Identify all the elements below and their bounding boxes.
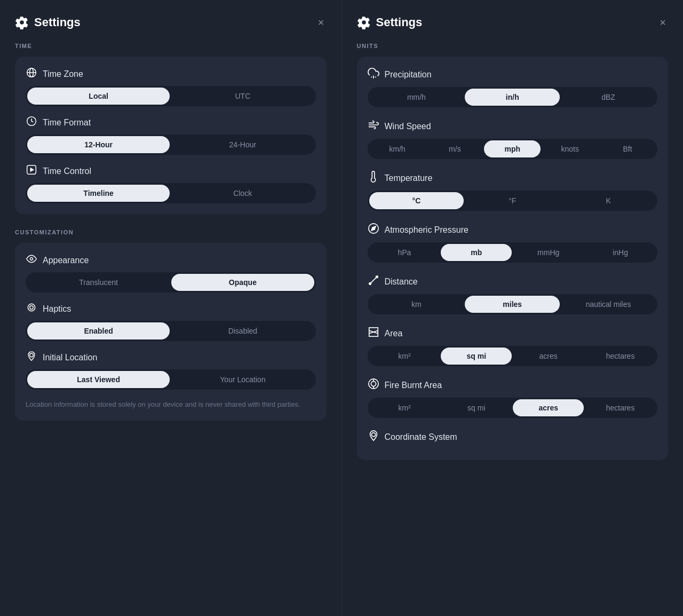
left-panel: Settings × TIME Time Zone Local UTC [0,0,342,616]
location-your-location-btn[interactable]: Your Location [171,371,314,388]
timeformat-24h-btn[interactable]: 24-Hour [171,136,314,153]
left-title-group: Settings [15,15,81,29]
svg-point-7 [30,306,34,310]
timecontrol-label: Time Control [26,164,316,178]
haptics-label: Haptics [26,302,316,315]
play-icon [26,164,37,178]
customization-section-label: CUSTOMIZATION [15,229,327,235]
haptics-icon [26,302,37,315]
area-sqmi-btn[interactable]: sq mi [441,348,512,365]
haptics-disabled-btn[interactable]: Disabled [171,322,314,339]
precip-dbz-btn[interactable]: dBZ [561,89,656,106]
area-options: km² sq mi acres hectares [368,346,658,366]
temperature-options: °C °F K [368,191,658,211]
initial-location-label: Initial Location [26,351,316,364]
timecontrol-clock-btn[interactable]: Clock [171,185,314,202]
distance-label: Distance [368,274,658,289]
time-card: Time Zone Local UTC Time Format 12-Hour [15,57,327,214]
fire-hectares-btn[interactable]: hectares [585,399,656,416]
right-close-button[interactable]: × [657,15,668,30]
timeformat-toggle: 12-Hour 24-Hour [26,135,316,155]
initial-location-toggle: Last Viewed Your Location [26,369,316,390]
right-panel-header: Settings × [357,15,669,30]
pressure-row: Atmospheric Pressure hPa mb mmHg inHg [368,223,658,263]
fire-area-options: km² sq mi acres hectares [368,398,658,418]
globe-icon [26,67,37,81]
svg-point-6 [30,258,33,260]
precip-mmh-btn[interactable]: mm/h [369,89,464,106]
coordinate-label: Coordinate System [368,430,658,444]
appearance-opaque-btn[interactable]: Opaque [171,274,314,291]
pressure-label: Atmospheric Pressure [368,223,658,237]
timezone-row: Time Zone Local UTC [26,67,316,106]
timeformat-label: Time Format [26,116,316,129]
pressure-mb-btn[interactable]: mb [441,244,512,261]
pressure-mmhg-btn[interactable]: mmHg [513,244,584,261]
pressure-hpa-btn[interactable]: hPa [369,244,440,261]
area-row: Area km² sq mi acres hectares [368,326,658,366]
distance-km-btn[interactable]: km [369,296,464,313]
pressure-inhg-btn[interactable]: inHg [585,244,656,261]
distance-row: Distance km miles nautical miles [368,274,658,314]
location-last-viewed-btn[interactable]: Last Viewed [27,371,170,388]
fire-area-row: Fire Burnt Area km² sq mi acres hectares [368,378,658,418]
timezone-utc-btn[interactable]: UTC [171,88,314,105]
precip-inh-btn[interactable]: in/h [465,89,560,106]
area-label: Area [368,326,658,341]
timezone-local-btn[interactable]: Local [27,88,170,105]
timeformat-12h-btn[interactable]: 12-Hour [27,136,170,153]
svg-point-8 [28,304,35,311]
timezone-toggle: Local UTC [26,86,316,106]
area-hectares-btn[interactable]: hectares [585,348,656,365]
wind-ms-btn[interactable]: m/s [426,140,483,157]
fire-acres-btn[interactable]: acres [513,399,584,416]
svg-point-16 [369,283,371,285]
appearance-translucent-btn[interactable]: Translucent [27,274,170,291]
haptics-enabled-btn[interactable]: Enabled [27,322,170,339]
temp-kelvin-btn[interactable]: K [561,192,656,209]
distance-miles-btn[interactable]: miles [465,296,560,313]
temp-celsius-btn[interactable]: °C [369,192,464,209]
precipitation-icon [368,67,379,82]
temperature-row: Temperature °C °F K [368,171,658,211]
fire-km2-btn[interactable]: km² [369,399,440,416]
svg-point-22 [371,381,376,386]
gear-icon-right [357,15,371,29]
left-panel-title: Settings [34,15,81,29]
coordinate-row: Coordinate System [368,430,658,444]
svg-point-17 [376,276,378,278]
area-km2-btn[interactable]: km² [369,348,440,365]
fire-sqmi-btn[interactable]: sq mi [441,399,512,416]
pressure-options: hPa mb mmHg inHg [368,242,658,263]
timecontrol-timeline-btn[interactable]: Timeline [27,185,170,202]
coordinate-icon [368,430,379,444]
appearance-label: Appearance [26,254,316,267]
precipitation-row: Precipitation mm/h in/h dBZ [368,67,658,107]
svg-point-25 [371,433,375,437]
thermometer-icon [368,171,379,185]
svg-marker-5 [30,168,35,172]
fire-area-label: Fire Burnt Area [368,378,658,392]
area-acres-btn[interactable]: acres [513,348,584,365]
wind-mph-btn[interactable]: mph [484,140,541,157]
temperature-label: Temperature [368,171,658,185]
temp-fahrenheit-btn[interactable]: °F [465,192,560,209]
wind-bft-btn[interactable]: Bft [599,140,656,157]
left-close-button[interactable]: × [316,15,327,30]
distance-icon [368,274,379,289]
timezone-label: Time Zone [26,67,316,81]
eye-icon [26,254,37,267]
appearance-row: Appearance Translucent Opaque [26,254,316,293]
haptics-toggle: Enabled Disabled [26,321,316,341]
wind-speed-label: Wind Speed [368,119,658,133]
location-pin-icon [26,351,37,364]
units-card: Precipitation mm/h in/h dBZ Wind Speed k… [357,57,669,460]
distance-nautical-btn[interactable]: nautical miles [561,296,656,313]
fire-icon [368,378,379,392]
gear-icon-left [15,15,29,29]
wind-kmh-btn[interactable]: km/h [369,140,426,157]
svg-point-9 [30,353,34,357]
svg-marker-14 [371,226,376,231]
wind-knots-btn[interactable]: knots [542,140,598,157]
distance-options: km miles nautical miles [368,294,658,314]
